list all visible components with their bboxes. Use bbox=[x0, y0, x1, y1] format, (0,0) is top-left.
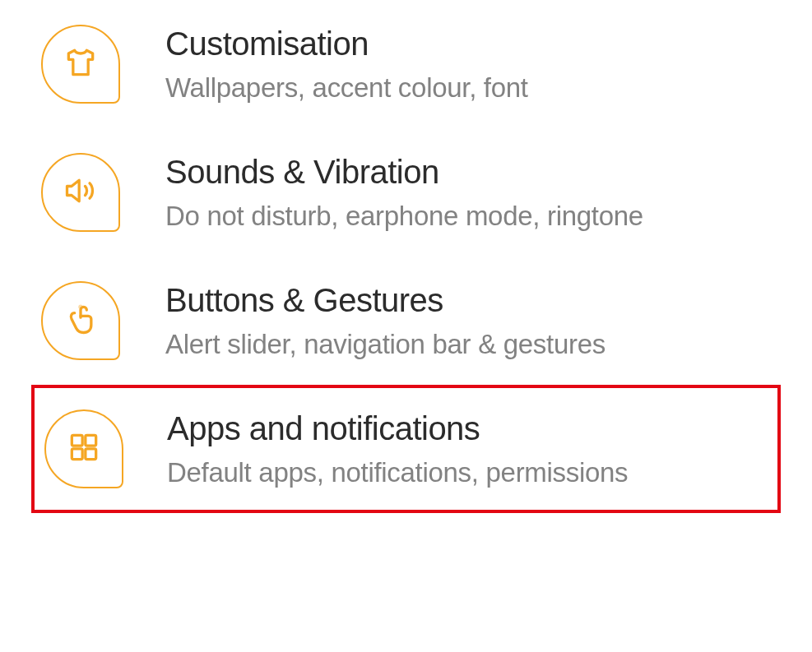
touch-icon bbox=[63, 301, 99, 340]
sound-icon bbox=[63, 173, 99, 212]
svg-rect-4 bbox=[86, 449, 96, 460]
icon-wrapper bbox=[41, 153, 120, 232]
icon-wrapper bbox=[41, 25, 120, 104]
text-content: Buttons & Gestures Alert slider, navigat… bbox=[165, 282, 606, 360]
svg-rect-2 bbox=[86, 435, 96, 446]
icon-wrapper bbox=[41, 281, 120, 360]
text-content: Sounds & Vibration Do not disturb, earph… bbox=[165, 154, 643, 232]
tshirt-icon bbox=[63, 44, 99, 84]
item-subtitle: Do not disturb, earphone mode, ringtone bbox=[165, 201, 643, 232]
item-title: Sounds & Vibration bbox=[165, 154, 643, 191]
settings-item-buttons[interactable]: Buttons & Gestures Alert slider, navigat… bbox=[0, 257, 812, 385]
text-content: Apps and notifications Default apps, not… bbox=[167, 410, 628, 488]
item-subtitle: Wallpapers, accent colour, font bbox=[165, 72, 528, 104]
svg-point-0 bbox=[78, 305, 83, 310]
item-title: Buttons & Gestures bbox=[165, 282, 606, 319]
settings-item-apps[interactable]: Apps and notifications Default apps, not… bbox=[31, 385, 781, 513]
item-subtitle: Default apps, notifications, permissions bbox=[167, 457, 628, 488]
settings-item-sounds[interactable]: Sounds & Vibration Do not disturb, earph… bbox=[0, 128, 812, 257]
apps-icon bbox=[66, 429, 102, 469]
svg-rect-3 bbox=[72, 449, 82, 460]
svg-rect-1 bbox=[72, 435, 82, 446]
icon-wrapper bbox=[44, 409, 123, 488]
item-subtitle: Alert slider, navigation bar & gestures bbox=[165, 329, 606, 360]
item-title: Customisation bbox=[165, 25, 528, 62]
text-content: Customisation Wallpapers, accent colour,… bbox=[165, 25, 528, 104]
settings-list: Customisation Wallpapers, accent colour,… bbox=[0, 0, 812, 513]
item-title: Apps and notifications bbox=[167, 410, 628, 447]
settings-item-customisation[interactable]: Customisation Wallpapers, accent colour,… bbox=[0, 0, 812, 128]
